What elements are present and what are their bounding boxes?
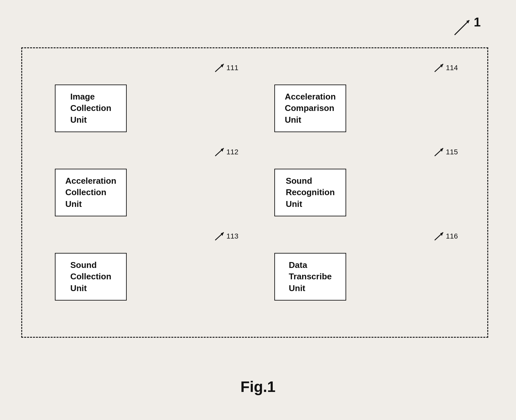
page-container: 1 ImageCollectionUnit 111 bbox=[0, 0, 516, 420]
ref-115-number: 115 bbox=[446, 148, 458, 156]
unit-114-wrapper: AccelerationComparisonUnit 114 bbox=[274, 74, 455, 142]
unit-113-box: SoundCollectionUnit bbox=[55, 253, 127, 300]
figure-caption: Fig.1 bbox=[240, 378, 275, 396]
unit-115-label: SoundRecognitionUnit bbox=[286, 175, 335, 210]
unit-111-label: ImageCollectionUnit bbox=[70, 91, 111, 125]
unit-113-label: SoundCollectionUnit bbox=[70, 259, 111, 294]
ref-112-number: 112 bbox=[226, 148, 238, 156]
unit-112-wrapper: AccelerationCollectionUnit 112 bbox=[55, 159, 235, 226]
main-ref-number: 1 bbox=[474, 15, 481, 29]
unit-112-box: AccelerationCollectionUnit bbox=[55, 169, 127, 216]
unit-113-wrapper: SoundCollectionUnit 113 bbox=[55, 243, 235, 311]
unit-115-wrapper: SoundRecognitionUnit 115 bbox=[274, 159, 455, 226]
unit-116-box: DataTranscribeUnit bbox=[274, 253, 346, 300]
ref-111: 111 bbox=[213, 62, 238, 74]
unit-112-label: AccelerationCollectionUnit bbox=[65, 175, 116, 210]
main-reference-label: 1 bbox=[451, 14, 481, 39]
unit-116-wrapper: DataTranscribeUnit 116 bbox=[274, 243, 455, 311]
unit-111-box: ImageCollectionUnit bbox=[55, 85, 127, 132]
ref-115: 115 bbox=[432, 146, 458, 158]
unit-114-box: AccelerationComparisonUnit bbox=[274, 85, 346, 132]
ref-114: 114 bbox=[432, 62, 458, 74]
unit-114-label: AccelerationComparisonUnit bbox=[285, 91, 336, 125]
main-system-box: ImageCollectionUnit 111 AccelerationComp… bbox=[21, 47, 488, 338]
ref-116: 116 bbox=[432, 230, 458, 242]
ref-112: 112 bbox=[213, 146, 238, 158]
unit-115-box: SoundRecognitionUnit bbox=[274, 169, 346, 216]
ref-111-number: 111 bbox=[226, 64, 238, 72]
unit-116-label: DataTranscribeUnit bbox=[289, 259, 332, 294]
ref-113-number: 113 bbox=[226, 232, 238, 241]
ref-114-number: 114 bbox=[446, 64, 458, 72]
ref-116-number: 116 bbox=[446, 232, 458, 241]
unit-111-wrapper: ImageCollectionUnit 111 bbox=[55, 74, 235, 142]
units-grid: ImageCollectionUnit 111 AccelerationComp… bbox=[42, 65, 468, 320]
ref-113: 113 bbox=[213, 230, 238, 242]
svg-line-0 bbox=[455, 20, 469, 35]
